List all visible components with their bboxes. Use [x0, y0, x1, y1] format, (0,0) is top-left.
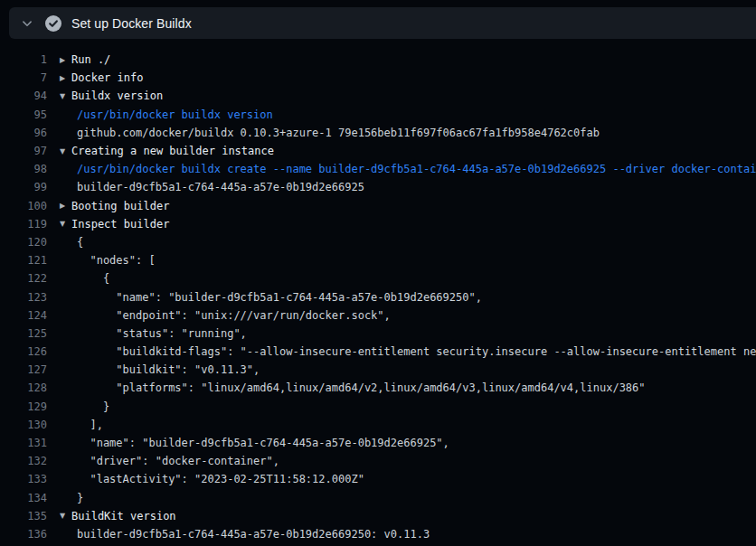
- log-group-label: Inspect builder: [71, 218, 169, 231]
- log-output-text: "platforms": "linux/amd64,linux/amd64/v2…: [77, 381, 646, 394]
- log-group-toggle[interactable]: ▼BuildKit version: [47, 510, 176, 522]
- log-group-label: BuildKit version: [71, 510, 176, 522]
- line-number-link[interactable]: 96: [0, 127, 47, 139]
- log-command-text: /usr/bin/docker buildx version: [77, 108, 273, 121]
- log-line-row: 132 "driver": "docker-container",: [0, 452, 756, 470]
- log-line-row: 129 }: [0, 398, 756, 416]
- log-line-row: 127 "buildkit": "v0.11.3",: [0, 361, 756, 379]
- log-output-text: "name": "builder-d9cfb5a1-c764-445a-a57e…: [77, 291, 482, 304]
- log-line-row: 124 "endpoint": "unix:///var/run/docker.…: [0, 306, 756, 325]
- log-line-row: 126 "buildkitd-flags": "--allow-insecure…: [0, 343, 756, 361]
- log-line-row: 99builder-d9cfb5a1-c764-445a-a57e-0b19d2…: [0, 178, 756, 196]
- log-group-row: 97▼Creating a new builder instance: [0, 142, 756, 160]
- log-group-toggle[interactable]: ▼Inspect builder: [47, 218, 169, 231]
- log-group-label: Buildx version: [71, 89, 163, 102]
- log-output-text: github.com/docker/buildx 0.10.3+azure-1 …: [77, 127, 600, 139]
- log-line-row: 95/usr/bin/docker buildx version: [0, 106, 756, 124]
- log-group-label: Creating a new builder instance: [71, 145, 274, 157]
- log-output-text: "endpoint": "unix:///var/run/docker.sock…: [77, 309, 391, 322]
- log-line-row: 134}: [0, 489, 756, 507]
- log-line-row: 123 "name": "builder-d9cfb5a1-c764-445a-…: [0, 287, 756, 306]
- log-output-text: "name": "builder-d9cfb5a1-c764-445a-a57e…: [77, 437, 449, 449]
- line-number-link[interactable]: 125: [0, 327, 47, 340]
- log-group-row: 135▼BuildKit version: [0, 507, 756, 525]
- log-group-label: Booting builder: [71, 200, 169, 212]
- line-number-link[interactable]: 126: [0, 345, 47, 358]
- log-line-row: 121 "nodes": [: [0, 251, 756, 269]
- line-number-link[interactable]: 130: [0, 419, 47, 431]
- log-line-row: 136builder-d9cfb5a1-c764-445a-a57e-0b19d…: [0, 525, 756, 543]
- log-command-text: /usr/bin/docker buildx create --name bui…: [77, 163, 756, 175]
- line-number-link[interactable]: 132: [0, 455, 47, 467]
- triangle-expanded-icon: ▼: [60, 92, 71, 100]
- log-group-toggle[interactable]: ▼Buildx version: [47, 89, 163, 102]
- step-title: Set up Docker Buildx: [71, 16, 192, 31]
- log-output-text: builder-d9cfb5a1-c764-445a-a57e-0b19d2e6…: [77, 528, 430, 541]
- line-number-link[interactable]: 98: [0, 163, 47, 175]
- line-number-link[interactable]: 94: [0, 89, 47, 102]
- log-output-text: "buildkit": "v0.11.3",: [77, 363, 260, 376]
- log-output-text: "nodes": [: [77, 254, 156, 267]
- line-number-link[interactable]: 99: [0, 181, 47, 193]
- line-number-link[interactable]: 136: [0, 528, 47, 541]
- triangle-collapsed-icon: ▶: [60, 202, 71, 210]
- line-number-link[interactable]: 121: [0, 254, 47, 267]
- line-number-link[interactable]: 133: [0, 473, 47, 485]
- log-group-toggle[interactable]: ▶Booting builder: [47, 200, 169, 212]
- log-group-toggle[interactable]: ▶Docker info: [47, 71, 143, 84]
- chevron-down-icon[interactable]: [21, 17, 33, 30]
- line-number-link[interactable]: 119: [0, 218, 47, 231]
- log-group-row: 7▶Docker info: [0, 69, 756, 87]
- line-number-link[interactable]: 128: [0, 381, 47, 394]
- line-number-link[interactable]: 135: [0, 510, 47, 522]
- log-output-text: builder-d9cfb5a1-c764-445a-a57e-0b19d2e6…: [77, 181, 364, 193]
- triangle-expanded-icon: ▼: [60, 147, 71, 155]
- log-group-row: 100▶Booting builder: [0, 197, 756, 215]
- line-number-link[interactable]: 127: [0, 363, 47, 376]
- log-output-text: ],: [77, 419, 103, 431]
- log-line-row: 125 "status": "running",: [0, 325, 756, 343]
- triangle-collapsed-icon: ▶: [60, 74, 71, 82]
- log-output-text: }: [77, 400, 109, 413]
- triangle-expanded-icon: ▼: [60, 512, 71, 520]
- log-output-text: {: [77, 272, 109, 285]
- log-line-row: 130 ],: [0, 416, 756, 434]
- line-number-link[interactable]: 124: [0, 309, 47, 322]
- log-line-row: 133 "lastActivity": "2023-02-25T11:58:12…: [0, 470, 756, 488]
- log-output-text: {: [77, 236, 83, 249]
- line-number-link[interactable]: 7: [0, 71, 47, 84]
- line-number-link[interactable]: 1: [0, 53, 47, 66]
- log-group-label: Docker info: [71, 71, 143, 84]
- log-line-row: 98/usr/bin/docker buildx create --name b…: [0, 160, 756, 178]
- line-number-link[interactable]: 97: [0, 145, 47, 157]
- line-number-link[interactable]: 120: [0, 236, 47, 249]
- log-output-text: "status": "running",: [77, 327, 247, 340]
- log-output-text: }: [77, 492, 83, 504]
- log-group-row: 119▼Inspect builder: [0, 215, 756, 233]
- line-number-link[interactable]: 122: [0, 272, 47, 285]
- line-number-link[interactable]: 95: [0, 108, 47, 121]
- log-group-row: 1▶Run ./: [0, 51, 756, 69]
- line-number-link[interactable]: 100: [0, 200, 47, 212]
- log-output-text: "driver": "docker-container",: [77, 455, 279, 467]
- log-group-row: 94▼Buildx version: [0, 87, 756, 105]
- log-line-row: 96github.com/docker/buildx 0.10.3+azure-…: [0, 124, 756, 142]
- log-group-label: Run ./: [71, 53, 110, 66]
- triangle-expanded-icon: ▼: [60, 220, 71, 228]
- line-number-link[interactable]: 129: [0, 400, 47, 413]
- line-number-link[interactable]: 131: [0, 437, 47, 449]
- check-circle-icon: [45, 15, 61, 32]
- log-line-row: 131 "name": "builder-d9cfb5a1-c764-445a-…: [0, 434, 756, 452]
- line-number-link[interactable]: 134: [0, 492, 47, 504]
- log-output-area: 1▶Run ./7▶Docker info94▼Buildx version95…: [0, 46, 756, 546]
- line-number-link[interactable]: 123: [0, 291, 47, 304]
- log-line-row: 120{: [0, 233, 756, 251]
- log-group-toggle[interactable]: ▶Run ./: [47, 53, 110, 66]
- log-group-toggle[interactable]: ▼Creating a new builder instance: [47, 145, 274, 157]
- log-line-row: 128 "platforms": "linux/amd64,linux/amd6…: [0, 379, 756, 397]
- log-output-text: "lastActivity": "2023-02-25T11:58:12.000…: [77, 473, 364, 485]
- step-header[interactable]: Set up Docker Buildx: [9, 7, 756, 39]
- log-line-row: 122 {: [0, 269, 756, 287]
- triangle-collapsed-icon: ▶: [60, 56, 71, 64]
- log-output-text: "buildkitd-flags": "--allow-insecure-ent…: [77, 345, 756, 358]
